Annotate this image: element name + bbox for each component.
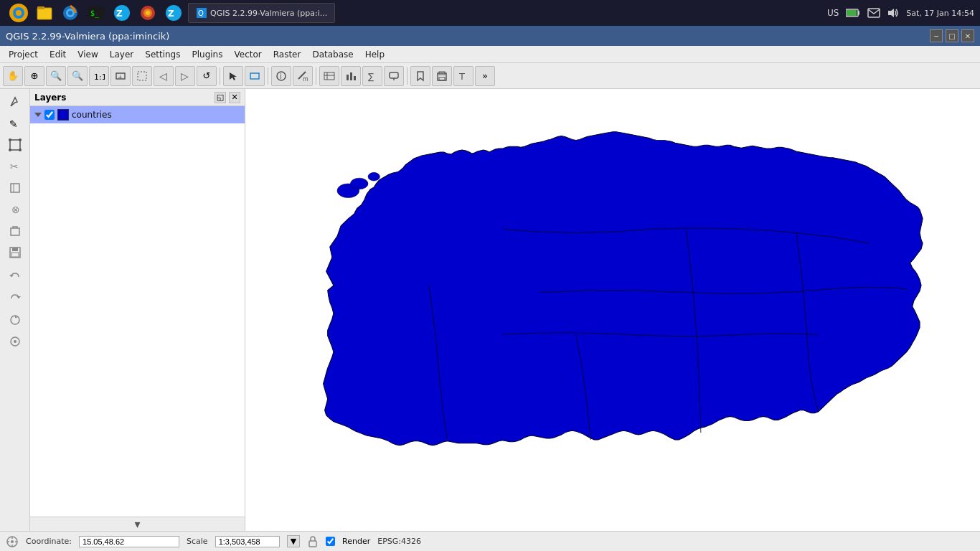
svg-point-51 (9, 149, 11, 151)
layers-list: countries (30, 106, 245, 517)
coordinate-input[interactable] (79, 536, 179, 547)
identify-button[interactable]: i (271, 66, 291, 86)
firefox-icon[interactable] (59, 1, 82, 24)
svg-text:$_: $_ (90, 9, 100, 18)
more-tools-button[interactable]: » (475, 66, 495, 86)
render-checkbox[interactable] (326, 537, 335, 546)
zorinos-icon[interactable]: Z (110, 1, 133, 24)
title-bar: QGIS 2.2.99-Valmiera (ppa:imincik) ─ □ ✕ (0, 26, 980, 46)
close-button[interactable]: ✕ (961, 29, 974, 42)
map-canvas-area[interactable] (245, 89, 980, 531)
zoom-select-button[interactable] (132, 66, 152, 86)
move-feature-btn[interactable]: ✎ (5, 113, 25, 133)
svg-point-52 (19, 149, 22, 151)
select-button[interactable] (223, 66, 243, 86)
refresh-button[interactable]: ↺ (197, 66, 217, 86)
digitize-btn[interactable] (5, 92, 25, 112)
zoom-prev-button[interactable]: ◁ (154, 66, 174, 86)
layer-visibility-checkbox[interactable] (44, 110, 55, 120)
svg-rect-57 (11, 228, 19, 235)
zoom-actual-button[interactable]: 1:1 (89, 66, 109, 86)
layers-panel: Layers ◱ ✕ countries ▾ (30, 89, 245, 531)
zoom-in-button[interactable]: 🔍 (46, 66, 66, 86)
open-table-button[interactable] (319, 66, 339, 86)
terminal-icon[interactable]: $_ (85, 1, 108, 24)
menu-raster[interactable]: Raster (268, 48, 307, 61)
zoom-out-button[interactable]: 🔍 (67, 66, 88, 86)
svg-point-2 (16, 10, 22, 16)
files-icon[interactable] (33, 1, 56, 24)
menu-vector[interactable]: Vector (228, 48, 267, 61)
browser2-icon[interactable] (136, 1, 159, 24)
menu-bar: Project Edit View Layer Settings Plugins… (0, 46, 980, 63)
svg-text:m: m (303, 76, 308, 82)
field-calc-button[interactable]: ∑ (362, 66, 382, 86)
undo-btn[interactable] (5, 267, 25, 287)
bookmark-button[interactable] (410, 66, 430, 86)
svg-text:1:1: 1:1 (94, 72, 105, 82)
rotate-btn[interactable] (5, 310, 25, 330)
select-rect-button[interactable] (245, 66, 265, 86)
layers-close-button[interactable]: ✕ (229, 92, 240, 103)
copy-feature-btn[interactable]: ⊗ (5, 199, 25, 220)
svg-point-49 (9, 138, 11, 141)
minimize-button[interactable]: ─ (930, 29, 943, 42)
zoom-next-button[interactable]: ▷ (175, 66, 195, 86)
menu-plugins[interactable]: Plugins (186, 48, 228, 61)
svg-rect-59 (12, 248, 18, 251)
menu-edit[interactable]: Edit (44, 48, 72, 61)
svg-text:⊗: ⊗ (11, 204, 20, 215)
layers-scroll-bottom[interactable]: ▾ (30, 517, 245, 531)
layer-item-countries[interactable]: countries (30, 106, 245, 123)
svg-rect-60 (11, 253, 19, 257)
volume-icon (887, 8, 899, 18)
svg-text:Z: Z (168, 9, 174, 19)
layers-title: Layers (34, 93, 66, 103)
menu-layer[interactable]: Layer (104, 48, 139, 61)
svg-rect-34 (324, 72, 334, 80)
menu-settings[interactable]: Settings (139, 48, 186, 61)
toolbar: ✋ ⊕ 🔍 🔍 1:1 + ◁ ▷ ↺ i m (0, 63, 980, 89)
svg-rect-77 (309, 541, 316, 547)
stats-button[interactable] (341, 66, 361, 86)
menu-view[interactable]: View (72, 48, 103, 61)
epsg-label: EPSG:4326 (377, 537, 421, 546)
svg-text:T: T (458, 71, 465, 82)
pan-tool-button[interactable]: ✋ (3, 66, 23, 86)
menu-database[interactable]: Database (306, 48, 359, 61)
layer-expand-icon (34, 111, 42, 118)
svg-rect-54 (11, 184, 19, 192)
zorinos2-icon[interactable]: Z (162, 1, 185, 24)
svg-marker-23 (888, 9, 894, 17)
svg-rect-3 (37, 8, 52, 19)
svg-rect-39 (354, 76, 356, 80)
svg-rect-20 (858, 11, 859, 15)
scale-input[interactable] (215, 536, 280, 547)
delete-feature-btn[interactable]: ✂ (5, 156, 25, 176)
taskbar: $_ Z Z Q QGIS 2.2.99-Valmiera (ppa:i... … (0, 0, 980, 26)
active-app-button[interactable]: Q QGIS 2.2.99-Valmiera (ppa:i... (188, 3, 335, 23)
offset-btn[interactable] (5, 331, 25, 352)
node-tool-btn[interactable] (5, 135, 25, 155)
battery-icon (846, 8, 860, 18)
map-svg (245, 89, 980, 531)
layers-float-button[interactable]: ◱ (215, 92, 226, 103)
zoom-layer-button[interactable]: + (110, 66, 131, 86)
save-layer-btn[interactable] (5, 242, 25, 263)
measure-button[interactable]: m (293, 66, 313, 86)
map-tips-button[interactable] (384, 66, 404, 86)
maximize-button[interactable]: □ (946, 29, 958, 42)
launcher-icon[interactable] (7, 1, 30, 24)
cut-feature-btn[interactable] (5, 178, 25, 198)
svg-rect-22 (868, 9, 880, 17)
menu-project[interactable]: Project (3, 48, 44, 61)
zoom-full-button[interactable]: ⊕ (24, 66, 44, 86)
annotation-button[interactable]: T (453, 66, 473, 86)
redo-btn[interactable] (5, 288, 25, 309)
paste-feature-btn[interactable] (5, 221, 25, 241)
print-button[interactable] (432, 66, 452, 86)
svg-marker-66 (34, 113, 42, 117)
menu-help[interactable]: Help (359, 48, 390, 61)
scale-dropdown-button[interactable]: ▼ (287, 535, 300, 547)
svg-text:∑: ∑ (368, 72, 374, 82)
